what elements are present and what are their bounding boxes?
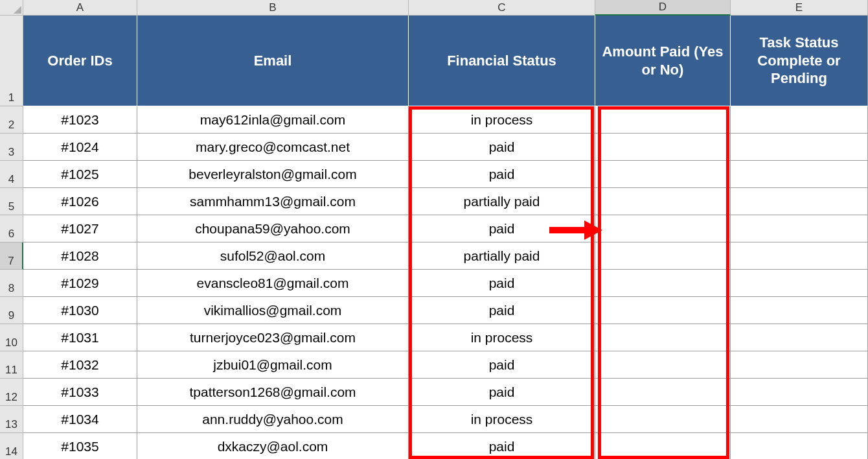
row-header-5[interactable]: 5	[0, 188, 23, 215]
cell-c8[interactable]: paid	[409, 270, 595, 297]
row-header-10[interactable]: 10	[0, 324, 23, 351]
cell-e9[interactable]	[731, 297, 868, 324]
cell-a2[interactable]: #1023	[23, 106, 137, 134]
cell-d14[interactable]	[595, 433, 731, 459]
row-header-13[interactable]: 13	[0, 406, 23, 433]
cell-a5[interactable]: #1026	[23, 188, 137, 215]
cell-b7[interactable]: sufol52@aol.com	[137, 242, 409, 270]
cell-b9[interactable]: vikimallios@gmail.com	[137, 297, 409, 324]
cell-d4[interactable]	[595, 161, 731, 188]
cell-b2[interactable]: may612inla@gmail.com	[137, 106, 409, 134]
cell-e5[interactable]	[731, 188, 868, 215]
cell-d10[interactable]	[595, 324, 731, 351]
row-header-1[interactable]: 1	[0, 16, 23, 106]
cell-e14[interactable]	[731, 433, 868, 459]
cell-c2[interactable]: in process	[409, 106, 595, 134]
cell-a11[interactable]: #1032	[23, 351, 137, 379]
cell-a10[interactable]: #1031	[23, 324, 137, 351]
cell-c12[interactable]: paid	[409, 379, 595, 406]
cell-e10[interactable]	[731, 324, 868, 351]
column-header-d[interactable]: D	[595, 0, 731, 16]
cell-c5[interactable]: partially paid	[409, 188, 595, 215]
row-header-3[interactable]: 3	[0, 134, 23, 161]
cell-c14[interactable]: paid	[409, 433, 595, 459]
column-header-e[interactable]: E	[731, 0, 868, 16]
cell-d13[interactable]	[595, 406, 731, 433]
cell-b12[interactable]: tpatterson1268@gmail.com	[137, 379, 409, 406]
cell-c7[interactable]: partially paid	[409, 242, 595, 270]
column-header-a[interactable]: A	[23, 0, 137, 16]
cell-b10[interactable]: turnerjoyce023@gmail.com	[137, 324, 409, 351]
svg-marker-0	[14, 6, 21, 14]
cell-a9[interactable]: #1030	[23, 297, 137, 324]
row-header-12[interactable]: 12	[0, 379, 23, 406]
header-cell-c[interactable]: Financial Status	[409, 16, 595, 106]
cell-c10[interactable]: in process	[409, 324, 595, 351]
cell-d2[interactable]	[595, 106, 731, 134]
cell-c9[interactable]: paid	[409, 297, 595, 324]
header-cell-a[interactable]: Order IDs	[23, 16, 137, 106]
row-header-9[interactable]: 9	[0, 297, 23, 324]
row-header-8[interactable]: 8	[0, 270, 23, 297]
cell-d11[interactable]	[595, 351, 731, 379]
cell-a14[interactable]: #1035	[23, 433, 137, 459]
cell-c6[interactable]: paid	[409, 215, 595, 242]
cell-c4[interactable]: paid	[409, 161, 595, 188]
cell-b11[interactable]: jzbui01@gmail.com	[137, 351, 409, 379]
cell-a7[interactable]: #1028	[23, 242, 137, 270]
cell-b4[interactable]: beverleyralston@gmail.com	[137, 161, 409, 188]
column-header-b[interactable]: B	[137, 0, 409, 16]
row-header-2[interactable]: 2	[0, 106, 23, 134]
cell-c3[interactable]: paid	[409, 134, 595, 161]
cell-b3[interactable]: mary.greco@comcast.net	[137, 134, 409, 161]
cell-c13[interactable]: in process	[409, 406, 595, 433]
spreadsheet-grid[interactable]: ABCDE1Order IDsEmailFinancial StatusAmou…	[0, 0, 868, 459]
cell-e7[interactable]	[731, 242, 868, 270]
row-header-11[interactable]: 11	[0, 351, 23, 379]
cell-d5[interactable]	[595, 188, 731, 215]
cell-e13[interactable]	[731, 406, 868, 433]
cell-d9[interactable]	[595, 297, 731, 324]
cell-e2[interactable]	[731, 106, 868, 134]
cell-d6[interactable]	[595, 215, 731, 242]
cell-b14[interactable]: dxkaczy@aol.com	[137, 433, 409, 459]
select-all-corner[interactable]	[0, 0, 23, 16]
header-cell-e[interactable]: Task Status Complete or Pending	[731, 16, 868, 106]
cell-a6[interactable]: #1027	[23, 215, 137, 242]
cell-a13[interactable]: #1034	[23, 406, 137, 433]
cell-d12[interactable]	[595, 379, 731, 406]
cell-b8[interactable]: evanscleo81@gmail.com	[137, 270, 409, 297]
cell-e3[interactable]	[731, 134, 868, 161]
cell-e11[interactable]	[731, 351, 868, 379]
row-header-6[interactable]: 6	[0, 215, 23, 242]
cell-e12[interactable]	[731, 379, 868, 406]
cell-a12[interactable]: #1033	[23, 379, 137, 406]
cell-e8[interactable]	[731, 270, 868, 297]
header-cell-b[interactable]: Email	[137, 16, 409, 106]
cell-b6[interactable]: choupana59@yahoo.com	[137, 215, 409, 242]
column-header-c[interactable]: C	[409, 0, 595, 16]
row-header-7[interactable]: 7	[0, 242, 23, 270]
header-cell-d[interactable]: Amount Paid (Yes or No)	[595, 16, 731, 106]
cell-a4[interactable]: #1025	[23, 161, 137, 188]
cell-b5[interactable]: sammhamm13@gmail.com	[137, 188, 409, 215]
cell-b13[interactable]: ann.ruddy@yahoo.com	[137, 406, 409, 433]
cell-e6[interactable]	[731, 215, 868, 242]
cell-d8[interactable]	[595, 270, 731, 297]
cell-d7[interactable]	[595, 242, 731, 270]
cell-d3[interactable]	[595, 134, 731, 161]
cell-c11[interactable]: paid	[409, 351, 595, 379]
row-header-4[interactable]: 4	[0, 161, 23, 188]
cell-e4[interactable]	[731, 161, 868, 188]
cell-a8[interactable]: #1029	[23, 270, 137, 297]
cell-a3[interactable]: #1024	[23, 134, 137, 161]
row-header-14[interactable]: 14	[0, 433, 23, 459]
